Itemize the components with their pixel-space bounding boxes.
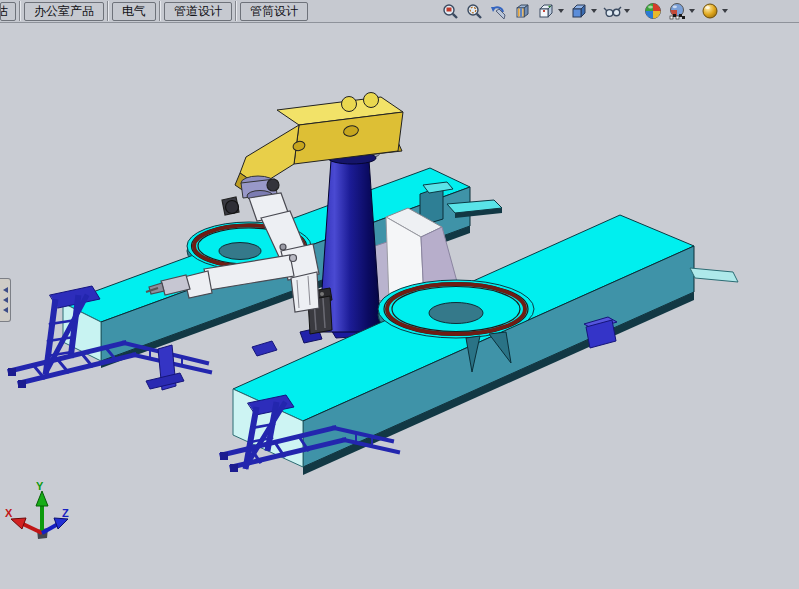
tab-electrical[interactable]: 电气 (112, 2, 156, 21)
view-settings-dropdown[interactable] (722, 9, 728, 13)
commandmanager-tabs: 估 办公室产品 电气 管道设计 管筒设计 (0, 0, 310, 22)
display-style-dropdown[interactable] (591, 9, 597, 13)
chevron-left-icon (3, 307, 8, 313)
view-settings-icon[interactable] (699, 1, 721, 21)
triad-x-label: X (5, 507, 13, 519)
apply-scene-icon[interactable] (666, 1, 688, 21)
chevron-left-icon (3, 297, 8, 303)
tab-office-products[interactable]: 办公室产品 (24, 2, 104, 21)
edit-appearance-icon[interactable] (642, 1, 664, 21)
chevron-left-icon (3, 287, 8, 293)
tab-separator (107, 1, 109, 21)
previous-view-icon[interactable] (487, 1, 509, 21)
triad-y-label: Y (36, 480, 44, 492)
heads-up-view-toolbar (438, 1, 731, 21)
apply-scene-dropdown[interactable] (689, 9, 695, 13)
view-orientation-dropdown[interactable] (558, 9, 564, 13)
display-style-icon[interactable] (568, 1, 590, 21)
feature-tree-expand-tab[interactable] (0, 278, 11, 322)
tab-separator (19, 1, 21, 21)
triad-z-label: Z (62, 507, 69, 519)
section-view-icon[interactable] (511, 1, 533, 21)
tab-tube-design[interactable]: 管筒设计 (240, 2, 308, 21)
support-block-mid[interactable] (252, 341, 277, 356)
tab-clipped[interactable]: 估 (0, 2, 16, 21)
model-viewport[interactable]: X Y Z (0, 0, 799, 589)
view-orientation-icon[interactable] (535, 1, 557, 21)
hide-show-items-icon[interactable] (601, 1, 623, 21)
support-block-left[interactable] (146, 345, 184, 390)
hide-show-items-dropdown[interactable] (624, 9, 630, 13)
reference-triad: X Y Z (5, 480, 69, 539)
cad-window: { "tab_bar": { "partial_tab_label": "估",… (0, 0, 799, 589)
zoom-to-area-icon[interactable] (463, 1, 485, 21)
zoom-to-fit-icon[interactable] (439, 1, 461, 21)
tab-piping-design[interactable]: 管道设计 (164, 2, 232, 21)
tab-separator (235, 1, 237, 21)
top-toolbar: 估 办公室产品 电气 管道设计 管筒设计 (0, 0, 799, 23)
tab-separator (159, 1, 161, 21)
